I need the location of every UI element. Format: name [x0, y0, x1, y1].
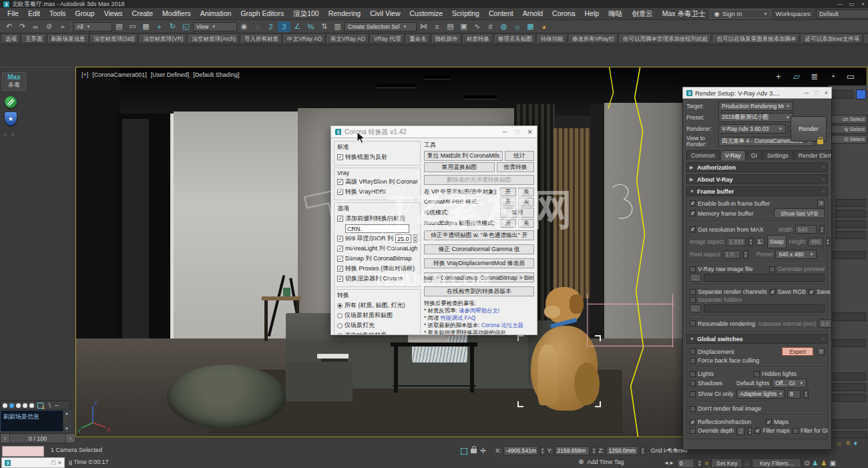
- snap-toggle-3d-icon[interactable]: 3: [278, 21, 290, 32]
- add-prefix-checkbox[interactable]: 添加前缀到转换的材质: [337, 214, 417, 223]
- curve-editor-icon[interactable]: ∿: [471, 21, 483, 32]
- preset-res-dropdown[interactable]: 640 x 480: [775, 250, 817, 259]
- display-panel-icon[interactable]: ▭: [844, 70, 857, 82]
- menu-item[interactable]: Create: [128, 8, 158, 19]
- vp-maps-on-button[interactable]: 开: [500, 188, 516, 196]
- use-pivot-center-icon[interactable]: ◉: [238, 21, 250, 32]
- schematic-view-icon[interactable]: #: [484, 21, 497, 32]
- image-aspect-spinner[interactable]: [748, 238, 752, 246]
- raw-image-file-checkbox[interactable]: V-Ray raw image file: [690, 266, 753, 272]
- bitmap-swap-button[interactable]: Bitmap > CoronaBitmap CoronaBitmap > Bit…: [424, 272, 534, 282]
- separate-folders-checkbox[interactable]: Separate folders: [690, 296, 742, 303]
- radio-scene-materials[interactable]: 仅场景材质和贴图: [337, 311, 417, 320]
- select-and-move-icon[interactable]: +: [153, 21, 166, 32]
- menu-item[interactable]: Edit: [23, 8, 45, 19]
- corona-titlebar[interactable]: 3 Corona 转换器 v1.42 ─ □ ✕: [331, 126, 537, 138]
- script-button[interactable]: 还可以添加exe文件等: [801, 35, 863, 43]
- proxies-checkbox[interactable]: 转换 Proxies (弹出对话框): [337, 264, 417, 273]
- undo-icon[interactable]: ↶: [3, 21, 15, 32]
- override-depth-field[interactable]: 2: [736, 427, 745, 435]
- script-button[interactable]: 修改所有VRay灯: [569, 35, 618, 43]
- z-spinner[interactable]: [640, 447, 646, 455]
- minimize-icon[interactable]: ─: [838, 1, 842, 7]
- menu-item[interactable]: Rendering: [324, 8, 365, 19]
- strip-chevrons[interactable]: ‹›: [4, 130, 19, 139]
- show-gi-only-checkbox[interactable]: Show GI only: [690, 391, 734, 397]
- switch-renderer-checkbox[interactable]: 切换渲染器到 Corona: [337, 274, 417, 283]
- menu-item[interactable]: 渲染100: [288, 8, 324, 19]
- show-last-vfb-button[interactable]: Show last VFB: [774, 208, 825, 218]
- ior-spinner[interactable]: [413, 234, 417, 243]
- script-button[interactable]: 材质转换: [463, 35, 493, 43]
- snap-toggle-2d-icon[interactable]: 2: [264, 21, 277, 32]
- tab-settings[interactable]: Settings: [763, 150, 793, 160]
- delete-gloss-maps-button[interactable]: 删除老的光泽度转换贴图: [424, 175, 534, 185]
- menu-item[interactable]: Modifiers: [158, 8, 196, 19]
- script-button[interactable]: 选项: [2, 35, 20, 43]
- adaptive-lights-spinner[interactable]: [803, 390, 809, 399]
- script-button[interactable]: 清空材质球(VR): [140, 35, 186, 43]
- antivirus-scan-icon[interactable]: [5, 96, 17, 108]
- x-coordinate-field[interactable]: -4905.541m: [503, 446, 538, 455]
- helpdesk-link[interactable]: 请参阅帮助台文!: [459, 307, 499, 314]
- script-button[interactable]: 如果你觉得这么长的按钮很不爽,请右键单击我并删除我: [865, 35, 868, 43]
- menu-item[interactable]: Arnold: [518, 8, 548, 19]
- rollout-about-vray[interactable]: ▶About V-Ray≡: [686, 174, 828, 184]
- check-version-button[interactable]: 在线检查新的转换器版本: [424, 286, 534, 296]
- tab-render-elements[interactable]: Render Elements: [794, 150, 832, 160]
- refresh-scene-item[interactable]: 刷新场景信息: [3, 413, 39, 420]
- panel-field[interactable]: [835, 210, 866, 218]
- close-icon[interactable]: ×: [861, 1, 865, 7]
- height-field[interactable]: 480: [808, 238, 823, 246]
- menu-item[interactable]: Views: [99, 8, 128, 19]
- maximize-icon[interactable]: □: [515, 128, 519, 136]
- tab-vray[interactable]: V-Ray: [720, 150, 746, 160]
- select-button[interactable]: D Select: [830, 135, 867, 144]
- width-field[interactable]: 640: [795, 225, 817, 234]
- generate-preview-checkbox[interactable]: Generate preview: [769, 266, 825, 272]
- redo-icon[interactable]: ↷: [16, 21, 29, 32]
- menu-item[interactable]: Animation: [196, 8, 236, 19]
- legacy-disable-button[interactable]: 禁用: [500, 208, 534, 218]
- script-button[interactable]: 刷新场景信息: [48, 35, 89, 43]
- window-crossing-icon[interactable]: ▦: [140, 21, 152, 32]
- select-and-manipulate-icon[interactable]: ◌: [251, 21, 264, 32]
- grid-icon[interactable]: [37, 403, 43, 409]
- channels-browse-button[interactable]: ...: [690, 304, 701, 312]
- transform-gizmo-icon[interactable]: ✛: [480, 447, 486, 455]
- rectangular-selection-region-icon[interactable]: ▭: [126, 21, 139, 32]
- close-icon[interactable]: ×: [825, 89, 828, 96]
- script-button[interactable]: 导入所有材质: [241, 35, 282, 43]
- pixel-aspect-field[interactable]: 1.0: [723, 250, 740, 259]
- stats-button[interactable]: 统计: [505, 151, 534, 161]
- image-aspect-field[interactable]: 1.333: [726, 238, 746, 246]
- sign-in-button[interactable]: ◉ Sign In ▼: [710, 9, 771, 19]
- faq-link[interactable]: 性能调试 FAQ: [441, 314, 476, 321]
- override-depth-checkbox[interactable]: Override depth: [690, 428, 734, 434]
- panel-field[interactable]: [833, 251, 866, 259]
- close-icon[interactable]: ×: [58, 459, 61, 466]
- script-button[interactable]: 重命名: [406, 35, 430, 43]
- menu-item[interactable]: Graph Editors: [236, 8, 288, 19]
- isolate-selection-icon[interactable]: [461, 448, 467, 455]
- percent-snap-icon[interactable]: %: [304, 21, 317, 32]
- panel-field[interactable]: [833, 394, 866, 402]
- panel-field[interactable]: [833, 312, 866, 321]
- radio-selected-objects[interactable]: 选中对象的材质: [337, 331, 417, 335]
- pbr-on-button[interactable]: 开: [500, 198, 516, 206]
- select-and-scale-icon[interactable]: ◱: [180, 21, 192, 32]
- toggle-layer-explorer-icon[interactable]: ▤: [444, 21, 457, 32]
- resumable-rendering-checkbox[interactable]: Resumable rendering: [690, 320, 755, 327]
- close-icon[interactable]: ✕: [527, 128, 533, 136]
- shield-icon[interactable]: ★: [5, 112, 17, 126]
- menu-item[interactable]: Tools: [45, 8, 71, 19]
- dot-icon[interactable]: [3, 403, 7, 408]
- viewport-shading-label[interactable]: [Default Shading]: [193, 71, 239, 78]
- restore-icon[interactable]: ▭: [849, 1, 855, 7]
- menu-item[interactable]: Corona: [548, 8, 580, 19]
- list-scrollbar[interactable]: ▲▼: [63, 411, 70, 431]
- viewport-camera-label[interactable]: [CoronaCamera001]: [92, 71, 147, 78]
- render-production-icon[interactable]: ◕: [537, 21, 550, 32]
- miarealight-checkbox[interactable]: miAreaLight 到 CoronaLight: [337, 244, 417, 253]
- create-selection-set-dropdown[interactable]: Create Selection Sel: [345, 22, 417, 31]
